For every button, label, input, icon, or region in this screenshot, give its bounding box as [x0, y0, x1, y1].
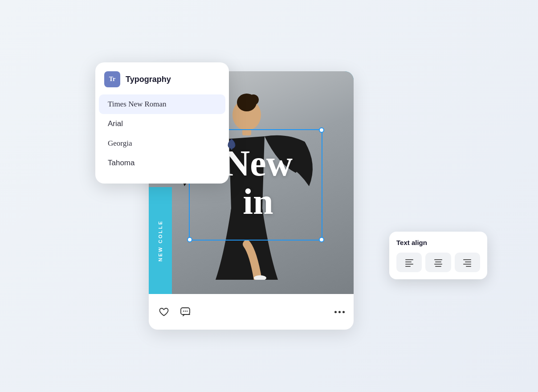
svg-point-8 [187, 310, 187, 311]
handle-bottom-right[interactable] [319, 237, 324, 242]
font-item-arial[interactable]: Arial [99, 114, 225, 134]
svg-point-2 [248, 94, 259, 105]
font-name-georgia: Georgia [108, 139, 132, 147]
font-item-tahoma[interactable]: Tahoma [99, 153, 225, 173]
text-align-panel: Text align [389, 232, 487, 279]
font-name-times: Times New Roman [108, 100, 167, 108]
align-right-button[interactable] [455, 253, 480, 272]
typography-panel: Tr Typography Times New Roman Arial Geor… [95, 62, 229, 184]
font-item-times-new-roman[interactable]: Times New Roman [99, 94, 225, 114]
comment-button[interactable] [179, 306, 192, 318]
dot-3 [342, 311, 345, 313]
align-center-button[interactable] [425, 253, 451, 272]
dot-1 [334, 311, 337, 313]
dot-2 [338, 311, 341, 313]
svg-point-6 [183, 310, 184, 311]
strip-text: NEW COLLE [158, 220, 163, 261]
handle-top-right[interactable] [319, 127, 324, 133]
like-button[interactable] [158, 306, 170, 318]
align-left-button[interactable] [396, 253, 422, 272]
text-align-title: Text align [396, 239, 480, 246]
svg-point-7 [185, 310, 186, 311]
align-buttons-group [396, 253, 480, 272]
cursor-pointer-icon [225, 137, 238, 151]
blue-side-strip: NEW COLLE [149, 187, 172, 294]
scene: New in NEW COLLE [95, 45, 443, 347]
panel-title: Typography [126, 75, 171, 84]
handle-bottom-left[interactable] [187, 237, 192, 242]
typography-icon: Tr [104, 71, 120, 87]
post-footer [149, 294, 354, 330]
font-name-arial: Arial [108, 119, 123, 128]
more-options-button[interactable] [334, 311, 345, 313]
font-name-tahoma: Tahoma [108, 159, 134, 167]
font-item-georgia[interactable]: Georgia [99, 134, 225, 153]
panel-header: Tr Typography [95, 71, 229, 94]
